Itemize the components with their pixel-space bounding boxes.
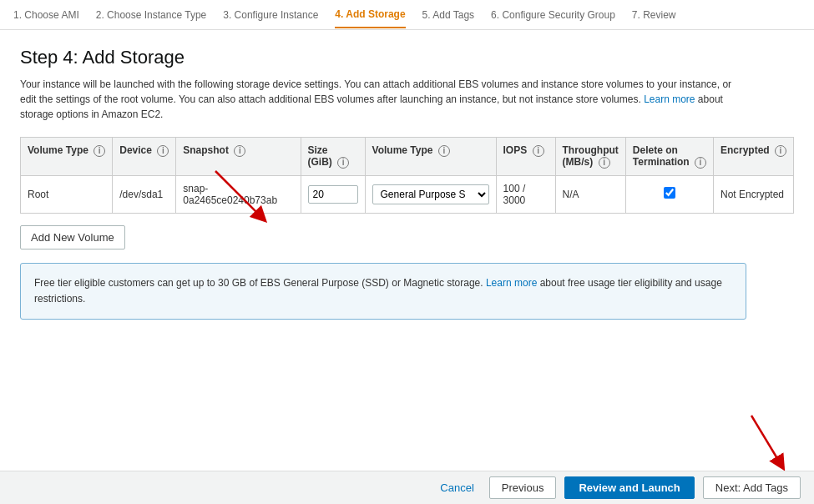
- next-button[interactable]: Next: Add Tags: [703, 476, 801, 499]
- col-header-snapshot: Snapshot i: [176, 138, 301, 176]
- cell-size: [301, 175, 365, 213]
- wizard-nav: 1. Choose AMI 2. Choose Instance Type 3.…: [0, 0, 814, 30]
- table-row: Root /dev/sda1 snap-0a2465ce0240b73ab Ge…: [21, 175, 794, 213]
- cell-throughput: N/A: [555, 175, 625, 213]
- previous-button[interactable]: Previous: [489, 476, 557, 499]
- info-box: Free tier eligible customers can get up …: [20, 263, 746, 320]
- snapshot-info-icon[interactable]: i: [234, 145, 245, 157]
- size-info-icon[interactable]: i: [337, 157, 349, 169]
- nav-step-choose-instance-type[interactable]: 2. Choose Instance Type: [96, 3, 207, 28]
- col-header-throughput: Throughput(MB/s) i: [555, 138, 625, 176]
- main-content: Step 4: Add Storage Your instance will b…: [0, 30, 814, 504]
- col-header-encrypted: Encrypted i: [713, 138, 793, 176]
- cell-volume-type: Root: [21, 175, 113, 213]
- page-title: Step 4: Add Storage: [20, 47, 794, 68]
- learn-more-link-2[interactable]: Learn more: [486, 277, 537, 289]
- nav-step-add-storage[interactable]: 4. Add Storage: [335, 2, 405, 28]
- iops-info-icon[interactable]: i: [533, 145, 544, 157]
- col-header-volume-type-select: Volume Type i: [365, 138, 496, 176]
- delete-on-termination-checkbox[interactable]: [664, 187, 675, 199]
- nav-step-configure-instance[interactable]: 3. Configure Instance: [223, 3, 318, 28]
- nav-step-configure-security-group[interactable]: 6. Configure Security Group: [491, 3, 615, 28]
- add-new-volume-button[interactable]: Add New Volume: [20, 225, 125, 249]
- learn-more-link-1[interactable]: Learn more: [644, 93, 695, 105]
- delete-on-termination-info-icon[interactable]: i: [695, 157, 706, 169]
- col-header-volume-type: Volume Type i: [21, 138, 113, 176]
- col-header-device: Device i: [113, 138, 176, 176]
- volume-type-select-info-icon[interactable]: i: [438, 145, 450, 157]
- bottom-bar: Cancel Previous Review and Launch Next: …: [0, 471, 814, 504]
- cell-encrypted: Not Encrypted: [713, 175, 793, 213]
- volume-type-select[interactable]: General Purpose S Provisioned IOPS SSD M…: [372, 184, 489, 204]
- cell-snapshot: snap-0a2465ce0240b73ab: [176, 175, 301, 213]
- cell-device: /dev/sda1: [113, 175, 176, 213]
- storage-table: Volume Type i Device i Snapshot i Size(G…: [20, 137, 794, 214]
- nav-step-add-tags[interactable]: 5. Add Tags: [422, 3, 475, 28]
- col-header-size: Size(GiB) i: [301, 138, 365, 176]
- volume-type-info-icon[interactable]: i: [94, 145, 105, 157]
- col-header-delete-on-termination: Delete onTermination i: [625, 138, 713, 176]
- cell-volume-type-select: General Purpose S Provisioned IOPS SSD M…: [365, 175, 496, 213]
- col-header-iops: IOPS i: [496, 138, 555, 176]
- size-input[interactable]: [308, 185, 358, 204]
- review-and-launch-button[interactable]: Review and Launch: [564, 476, 694, 499]
- cancel-button[interactable]: Cancel: [433, 478, 480, 497]
- encrypted-info-icon[interactable]: i: [775, 145, 786, 157]
- throughput-info-icon[interactable]: i: [599, 157, 610, 169]
- nav-step-choose-ami[interactable]: 1. Choose AMI: [13, 3, 79, 28]
- cell-iops: 100 / 3000: [496, 175, 555, 213]
- nav-step-review[interactable]: 7. Review: [632, 3, 676, 28]
- cell-delete-on-termination: [625, 175, 713, 213]
- page-description: Your instance will be launched with the …: [20, 77, 746, 122]
- device-info-icon[interactable]: i: [157, 145, 169, 157]
